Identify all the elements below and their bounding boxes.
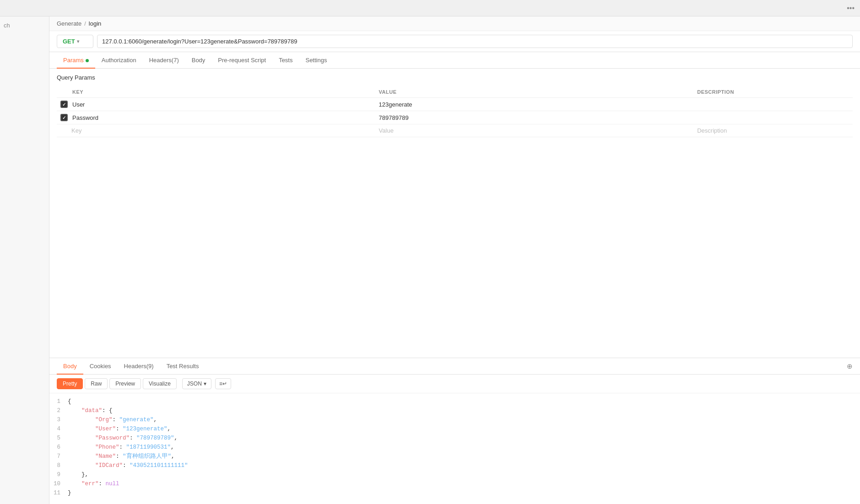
param-desc-user[interactable] — [693, 98, 853, 111]
sidebar-search: ch — [0, 20, 49, 31]
param-desc-password[interactable] — [693, 111, 853, 124]
col-description: DESCRIPTION — [693, 86, 853, 98]
tab-tests[interactable]: Tests — [272, 52, 299, 68]
response-tab-testresults[interactable]: Test Results — [160, 358, 206, 374]
chevron-down-icon: ▾ — [204, 381, 206, 387]
code-line-4: 4 "User": "123generate", — [49, 424, 860, 434]
code-line-7: 7 "Name": "育种组织路人甲", — [49, 452, 860, 461]
param-key-placeholder[interactable]: Key — [71, 127, 81, 134]
response-extra-icon: ⊕ — [847, 362, 853, 370]
param-value-user[interactable]: 123generate — [375, 98, 694, 111]
code-line-2: 2 "data": { — [49, 406, 860, 415]
tab-headers[interactable]: Headers(7) — [143, 52, 185, 68]
chevron-down-icon: ▾ — [77, 39, 79, 44]
col-key: KEY — [57, 86, 375, 98]
request-panel: Generate / login GET ▾ Params Authorizat… — [49, 16, 860, 504]
format-type-selector[interactable]: JSON ▾ — [182, 378, 211, 389]
wrap-button[interactable]: ≡↵ — [215, 378, 231, 389]
response-panel: Body Cookies Headers(9) Test Results ⊕ — [49, 358, 860, 504]
param-value-empty[interactable]: Value — [375, 124, 694, 137]
params-table: KEY VALUE DESCRIPTION User — [57, 86, 853, 137]
format-type-label: JSON — [187, 381, 202, 387]
code-line-3: 3 "Org": "generate", — [49, 415, 860, 424]
url-input[interactable] — [97, 35, 853, 48]
request-tabs-bar: Params Authorization Headers(7) Body Pre… — [49, 52, 860, 69]
code-line-10: 10 "err": null — [49, 479, 860, 488]
breadcrumb-parent[interactable]: Generate — [57, 20, 81, 27]
code-area: 1 { 2 "data": { 3 "Org": "generate", 4 — [49, 393, 860, 501]
param-value-password[interactable]: 789789789 — [375, 111, 694, 124]
left-sidebar: ch — [0, 16, 49, 504]
code-line-5: 5 "Password": "789789789", — [49, 434, 860, 443]
param-desc-empty[interactable]: Description — [693, 124, 853, 137]
param-key-empty: Key — [57, 124, 375, 137]
param-key-user[interactable]: User — [72, 101, 85, 108]
param-key-password[interactable]: Password — [72, 114, 98, 121]
section-title: Query Params — [57, 74, 853, 81]
tab-authorization[interactable]: Authorization — [95, 52, 143, 68]
code-line-8: 8 "IDCard": "430521101111111" — [49, 461, 860, 470]
tab-params[interactable]: Params — [57, 52, 95, 68]
code-line-1: 1 { — [49, 397, 860, 406]
top-bar: ••• — [0, 0, 860, 16]
param-key-cell: User — [57, 98, 375, 111]
breadcrumb-separator: / — [84, 20, 86, 27]
response-tab-cookies[interactable]: Cookies — [83, 358, 118, 374]
breadcrumb-current: login — [89, 20, 101, 27]
table-row-empty: Key Value Description — [57, 124, 853, 137]
tab-prerequest[interactable]: Pre-request Script — [211, 52, 272, 68]
param-checkbox-password[interactable] — [60, 114, 68, 121]
response-tabs-bar: Body Cookies Headers(9) Test Results ⊕ — [49, 358, 860, 375]
format-visualize-button[interactable]: Visualize — [143, 378, 177, 389]
format-pretty-button[interactable]: Pretty — [57, 378, 83, 389]
param-checkbox-user[interactable] — [60, 101, 68, 108]
method-selector[interactable]: GET ▾ — [57, 35, 93, 48]
table-row: Password 789789789 — [57, 111, 853, 124]
code-line-9: 9 }, — [49, 470, 860, 479]
tab-settings[interactable]: Settings — [299, 52, 333, 68]
method-label: GET — [63, 38, 75, 45]
table-row: User 123generate — [57, 98, 853, 111]
breadcrumb: Generate / login — [49, 16, 860, 31]
tab-body[interactable]: Body — [185, 52, 212, 68]
params-section: Query Params KEY VALUE DESCRIPTION — [49, 69, 860, 358]
param-key-cell: Password — [57, 111, 375, 124]
response-tab-body[interactable]: Body — [57, 358, 83, 374]
response-tab-headers[interactable]: Headers(9) — [118, 358, 160, 374]
format-raw-button[interactable]: Raw — [85, 378, 108, 389]
response-format-bar: Pretty Raw Preview Visualize JSON ▾ ≡↵ — [49, 375, 860, 393]
code-line-6: 6 "Phone": "18711990531", — [49, 443, 860, 452]
params-active-dot — [86, 59, 89, 62]
code-line-11: 11 } — [49, 488, 860, 498]
more-icon[interactable]: ••• — [847, 4, 855, 12]
url-bar: GET ▾ — [49, 31, 860, 52]
format-preview-button[interactable]: Preview — [109, 378, 141, 389]
col-value: VALUE — [375, 86, 694, 98]
